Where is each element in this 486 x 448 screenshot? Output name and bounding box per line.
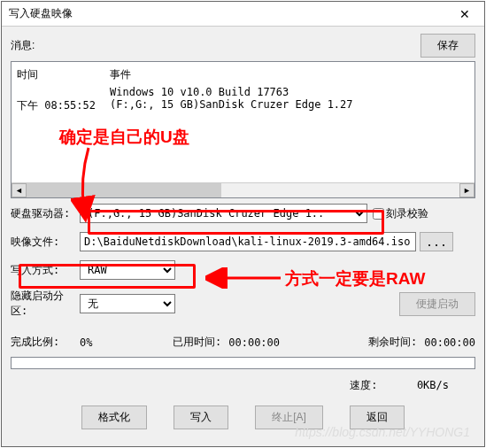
annotation-text-usb: 确定是自己的U盘	[59, 126, 189, 149]
elapsed-value: 00:00:00	[228, 336, 280, 349]
message-label: 消息:	[11, 38, 420, 53]
log-row: 下午 08:55:52 (F:,G:, 15 GB)SanDisk Cruzer…	[17, 98, 469, 113]
write-button[interactable]: 写入	[174, 406, 228, 429]
remain-label: 剩余时间:	[368, 335, 417, 350]
hidden-partition-select[interactable]: 无	[80, 294, 175, 313]
write-method-select[interactable]: RAW	[80, 260, 175, 280]
speed-label: 速度:	[350, 379, 377, 391]
method-label: 写入方式:	[11, 263, 80, 278]
hidden-partition-label: 隐藏启动分区:	[11, 289, 80, 319]
elapsed-label: 已用时间:	[173, 335, 221, 350]
scroll-thumb[interactable]	[27, 183, 221, 197]
scroll-track[interactable]	[27, 183, 459, 197]
progress-pct-value: 0%	[80, 336, 173, 349]
close-button[interactable]: ✕	[445, 2, 484, 27]
window-title: 写入硬盘映像	[9, 6, 445, 21]
save-button[interactable]: 保存	[420, 34, 475, 58]
convenient-boot-button[interactable]: 便捷启动	[399, 292, 475, 316]
progress-pct-label: 完成比例:	[11, 335, 80, 350]
verify-checkbox[interactable]: 刻录校验	[373, 206, 428, 221]
image-label: 映像文件:	[11, 235, 80, 250]
dialog-window: 写入硬盘映像 ✕ 消息: 保存 时间 事件 Windows 10 v10.0 B…	[1, 1, 485, 447]
drive-label: 硬盘驱动器:	[11, 206, 80, 221]
log-header-event: 事件	[110, 67, 131, 82]
horizontal-scrollbar[interactable]: ◄ ►	[12, 182, 474, 197]
format-button[interactable]: 格式化	[81, 406, 147, 429]
drive-select[interactable]: (F:,G:, 15 GB)SanDisk Cruzer Edge 1.:	[80, 204, 367, 223]
browse-button[interactable]: ...	[420, 232, 453, 251]
log-row: Windows 10 v10.0 Build 17763	[17, 86, 469, 98]
verify-checkbox-input[interactable]	[373, 208, 384, 220]
titlebar: 写入硬盘映像 ✕	[2, 2, 484, 27]
log-body: Windows 10 v10.0 Build 17763 下午 08:55:52…	[12, 86, 474, 113]
annotation-text-raw: 方式一定要是RAW	[285, 267, 425, 290]
progress-bar	[11, 357, 475, 369]
scroll-right-icon[interactable]: ►	[459, 183, 474, 197]
remain-value: 00:00:00	[424, 336, 475, 349]
speed-value: 0KB/s	[417, 379, 449, 391]
image-path-input[interactable]	[80, 232, 416, 251]
watermark: https://blog.csdn.net/YYHONG1	[295, 425, 470, 439]
log-header-time: 时间	[17, 67, 110, 82]
scroll-left-icon[interactable]: ◄	[12, 183, 27, 197]
